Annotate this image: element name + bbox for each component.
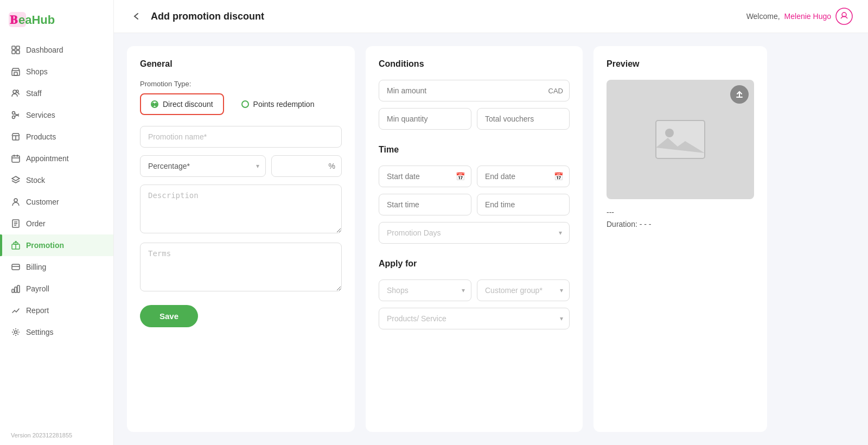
start-time-input[interactable] <box>379 194 471 215</box>
sidebar-item-order[interactable]: Order <box>0 213 113 234</box>
apply-for-section: Apply for Shops ▾ Customer group* ▾ <box>379 259 570 329</box>
sidebar-label-billing: Billing <box>26 263 46 271</box>
time-title: Time <box>379 145 570 155</box>
welcome-name: Melenie Hugo <box>784 12 831 21</box>
sidebar-item-billing[interactable]: Billing <box>0 256 113 278</box>
version-text: Version 202312281855 <box>0 425 113 445</box>
svg-point-12 <box>12 116 15 119</box>
type-option-direct[interactable]: Direct discount <box>140 93 224 115</box>
save-button[interactable]: Save <box>140 305 198 327</box>
sidebar-label-promotion: Promotion <box>26 241 64 250</box>
products-service-select-wrap: Products/ Service ▾ <box>379 308 570 329</box>
products-service-select[interactable]: Products/ Service <box>379 308 570 329</box>
sidebar-item-stock[interactable]: Stock <box>0 169 113 191</box>
back-button[interactable] <box>129 9 144 24</box>
type-options: Direct discount Points redemption <box>140 93 342 115</box>
min-amount-input[interactable] <box>379 80 570 101</box>
grid-icon <box>11 45 21 55</box>
svg-point-39 <box>665 129 674 137</box>
svg-rect-5 <box>12 50 15 54</box>
end-time-field <box>477 194 570 215</box>
preview-duration: Duration: - - - <box>607 220 754 228</box>
sidebar-item-customer[interactable]: Customer <box>0 191 113 213</box>
logo: 𝐁 eaHub <box>0 0 113 39</box>
svg-rect-38 <box>656 120 705 158</box>
percent-input-wrap: % <box>271 155 342 177</box>
sidebar-item-payroll[interactable]: Payroll <box>0 278 113 300</box>
welcome-prefix: Welcome, <box>746 12 780 21</box>
products-service-row: Products/ Service ▾ <box>379 308 570 329</box>
sidebar-label-settings: Settings <box>26 328 54 336</box>
type-option-points[interactable]: Points redemption <box>231 93 326 115</box>
promo-days-select[interactable]: Promotion Days <box>379 222 570 244</box>
sidebar-item-report[interactable]: Report <box>0 300 113 321</box>
sidebar-label-products: Products <box>26 132 56 141</box>
sidebar-label-staff: Staff <box>26 89 42 98</box>
svg-rect-27 <box>14 243 18 244</box>
gear-icon <box>11 327 21 337</box>
general-panel: General Promotion Type: Direct discount … <box>127 46 355 432</box>
sidebar-item-appointment[interactable]: Appointment <box>0 148 113 169</box>
end-date-field: 📅 <box>477 166 570 187</box>
shops-customer-row: Shops ▾ Customer group* ▾ <box>379 279 570 301</box>
percentage-select[interactable]: Percentage* <box>140 155 266 177</box>
layers-icon <box>11 175 21 185</box>
sidebar-item-shops[interactable]: Shops <box>0 61 113 82</box>
svg-rect-3 <box>12 46 15 49</box>
time-row <box>379 194 570 215</box>
sidebar-item-products[interactable]: Products <box>0 126 113 148</box>
min-amount-field: CAD <box>379 80 570 101</box>
customer-group-select[interactable]: Customer group* <box>477 279 570 301</box>
svg-point-11 <box>12 112 15 115</box>
promo-days-wrap: Promotion Days ▾ <box>379 222 570 244</box>
conditions-title: Conditions <box>379 59 570 69</box>
svg-rect-37 <box>736 97 743 98</box>
svg-rect-17 <box>12 156 20 162</box>
calendar-icon <box>11 154 21 163</box>
sidebar-item-settings[interactable]: Settings <box>0 321 113 343</box>
svg-rect-8 <box>14 72 17 75</box>
header-right: Welcome, Melenie Hugo <box>746 8 853 25</box>
sidebar-label-shops: Shops <box>26 67 48 76</box>
start-date-field: 📅 <box>379 166 471 187</box>
shops-select[interactable]: Shops <box>379 279 471 301</box>
receipt-icon <box>11 219 21 228</box>
bar-chart-icon <box>11 284 21 294</box>
qty-voucher-row <box>379 108 570 130</box>
min-quantity-input[interactable] <box>379 108 471 130</box>
scissors-icon <box>11 110 21 120</box>
page-header: Add promotion discount Welcome, Melenie … <box>114 0 868 33</box>
radio-points <box>241 100 249 108</box>
svg-point-9 <box>13 90 16 93</box>
header-left: Add promotion discount <box>129 9 264 24</box>
start-time-field <box>379 194 471 215</box>
cad-suffix: CAD <box>548 87 563 95</box>
percentage-select-wrap: Percentage* ▾ <box>140 155 266 177</box>
image-placeholder <box>653 118 707 161</box>
date-row: 📅 📅 <box>379 166 570 187</box>
sidebar-label-payroll: Payroll <box>26 284 49 293</box>
end-time-input[interactable] <box>477 194 570 215</box>
svg-rect-4 <box>16 46 20 49</box>
sidebar-item-services[interactable]: Services <box>0 104 113 126</box>
users-icon <box>11 88 21 98</box>
sidebar-label-services: Services <box>26 111 55 119</box>
sidebar-label-order: Order <box>26 219 46 228</box>
total-vouchers-input[interactable] <box>477 108 570 130</box>
description-input[interactable] <box>140 185 342 233</box>
min-amount-row: CAD <box>379 80 570 101</box>
end-date-calendar-icon: 📅 <box>554 172 563 181</box>
promotion-name-input[interactable] <box>140 126 342 148</box>
preview-title: Preview <box>607 59 754 69</box>
radio-direct <box>151 100 158 108</box>
sidebar-item-dashboard[interactable]: Dashboard <box>0 39 113 61</box>
terms-input[interactable] <box>140 243 342 291</box>
terms-row <box>140 243 342 293</box>
sidebar-item-staff[interactable]: Staff <box>0 82 113 104</box>
sidebar-label-appointment: Appointment <box>26 154 69 163</box>
percentage-row: Percentage* ▾ % <box>140 155 342 177</box>
svg-rect-29 <box>12 264 20 270</box>
user-avatar <box>835 8 853 25</box>
sidebar-item-promotion[interactable]: Promotion <box>0 234 113 256</box>
upload-button[interactable] <box>730 85 749 104</box>
